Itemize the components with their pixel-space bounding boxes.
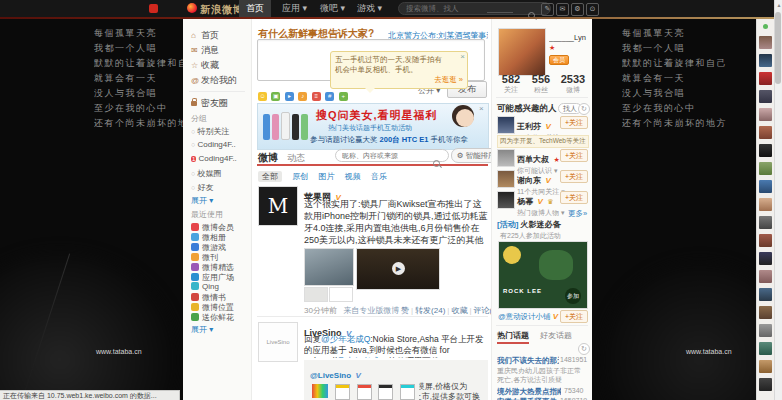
tab-friend-topics[interactable]: 好友话题 [540, 330, 572, 341]
post-image-thumb[interactable] [304, 287, 328, 302]
sidebar-item-sent-to-me[interactable]: @发给我的 [191, 74, 237, 87]
topnav-weiba[interactable]: 微吧 ▾ [320, 0, 345, 17]
follow-button[interactable]: +关注 [560, 116, 588, 129]
contact-avatar[interactable] [759, 252, 772, 265]
ad-close-icon[interactable]: × [479, 105, 484, 113]
sidebar-item-home[interactable]: ⌂首页 [191, 29, 219, 42]
filter-all[interactable]: 全部 [258, 171, 282, 182]
post-avatar[interactable]: LiveSino [258, 322, 298, 362]
sidebar-item-messages[interactable]: ✉消息 [191, 44, 219, 57]
ad-banner[interactable]: 搜Q问美女,看明星福利 热门美妆话题手机互动活动 参与话题讨论赢大奖 200台 … [257, 103, 489, 150]
settings-gear-icon[interactable]: ⚙ [571, 3, 584, 16]
quote-phone-thumb[interactable] [378, 384, 393, 400]
group-item[interactable]: 1 Coding4F.. [191, 154, 237, 163]
post-image-thumb[interactable] [329, 287, 353, 302]
video-icon[interactable]: ▸ [285, 92, 294, 101]
contact-avatar[interactable] [759, 198, 772, 211]
username-underline[interactable] [487, 12, 513, 13]
profile-avatar[interactable] [498, 28, 546, 76]
tab-hot-topics[interactable]: 热门话题 [497, 330, 529, 344]
sidebar-item-close-friends[interactable]: 密友圈 [191, 97, 228, 110]
feed-search-input[interactable] [335, 149, 449, 162]
follow-button[interactable]: +关注 [560, 310, 588, 323]
logout-icon[interactable]: ⊙ [586, 3, 599, 16]
topnav-game[interactable]: 游戏 ▾ [357, 0, 382, 17]
suggested-user[interactable]: 杨幂 V ♛ 热门微博人物 ▾ [517, 190, 564, 218]
suggested-user-avatar[interactable] [497, 191, 515, 209]
like-action[interactable]: 赞 [401, 306, 409, 315]
contact-avatar[interactable] [759, 306, 772, 319]
contact-avatar[interactable] [759, 270, 772, 283]
compose-icon[interactable]: ✎ [541, 3, 554, 16]
follow-button[interactable]: +关注 [560, 149, 588, 162]
contact-avatar[interactable] [759, 90, 772, 103]
follow-button[interactable]: +关注 [560, 191, 588, 204]
filter-image[interactable]: 图片 [318, 172, 334, 181]
contact-avatar[interactable] [759, 342, 772, 355]
contact-avatar[interactable] [759, 144, 772, 157]
favorite-action[interactable]: 收藏 [451, 306, 467, 315]
quote-author-link[interactable]: @LiveSino [310, 371, 351, 380]
post-video-thumb[interactable]: ▶ [356, 248, 440, 290]
music-icon[interactable]: ♪ [298, 92, 307, 101]
mention-link[interactable]: @少年老成Q [321, 334, 370, 344]
search-icon[interactable] [433, 160, 440, 167]
contact-avatar[interactable] [759, 234, 772, 247]
topnav-home[interactable]: 首页 [239, 0, 271, 17]
post-avatar[interactable]: M [258, 186, 298, 226]
scroll-up-icon[interactable]: ▲ [775, 2, 782, 8]
mention-link[interactable]: @少年老成Q [337, 356, 386, 358]
quote-phone-thumb[interactable] [335, 384, 350, 400]
filter-video[interactable]: 视频 [345, 172, 361, 181]
topnav-app[interactable]: 应用 ▾ [282, 0, 307, 17]
group-item[interactable]: ○ 特别关注 [191, 126, 229, 137]
refresh-icon[interactable]: ↻ [578, 103, 590, 115]
repost-action[interactable]: 转发(24) [415, 306, 445, 315]
contact-avatar[interactable] [759, 108, 772, 121]
refresh-icon[interactable]: ↻ [578, 343, 590, 355]
post-source[interactable]: 来自专业版微博 [343, 306, 399, 315]
suggested-user-avatar[interactable] [497, 170, 515, 188]
more-tools-icon[interactable]: + [339, 92, 348, 101]
suggested-user-avatar[interactable] [497, 116, 515, 134]
scrollbar-thumb[interactable] [775, 12, 781, 84]
contact-avatar[interactable] [759, 72, 772, 85]
app-item[interactable]: 送你鲜花 [191, 312, 234, 323]
contact-avatar[interactable] [759, 378, 772, 391]
more-suggestions-link[interactable]: 更多» [568, 209, 587, 219]
profile-stat-followers[interactable]: 556 粉丝 [526, 73, 556, 95]
tab-weibo[interactable]: 微博 [258, 151, 278, 165]
profile-name[interactable]: ______Lyn [549, 33, 589, 42]
filter-original[interactable]: 原创 [292, 172, 308, 181]
activity-image[interactable]: ROCK LEE 参加 [498, 241, 588, 309]
image-icon[interactable]: ▣ [271, 92, 280, 101]
contact-avatar[interactable] [759, 162, 772, 175]
group-item[interactable]: ○ Coding4F.. [191, 140, 236, 149]
quote-phone-thumb[interactable] [400, 384, 415, 400]
contact-avatar[interactable] [759, 360, 772, 373]
contact-avatar[interactable] [759, 288, 772, 301]
group-item[interactable]: ○ 校媒圈 [191, 168, 221, 179]
quote-phone-thumb[interactable] [357, 384, 372, 400]
weibo-logo-text[interactable]: 新浪微博 [200, 3, 244, 17]
profile-stat-following[interactable]: 582 关注 [496, 73, 526, 95]
post-image-thumb[interactable] [304, 248, 354, 286]
contact-avatar[interactable] [759, 180, 772, 193]
weibo-logo-icon[interactable] [187, 3, 197, 13]
tooltip-link[interactable]: 去逛逛 » [335, 75, 463, 85]
apps-expand-link[interactable]: 展开 ▾ [191, 324, 213, 335]
topic-icon[interactable]: # [325, 92, 334, 101]
quote-image-thumb[interactable] [312, 384, 328, 398]
follow-button[interactable]: +关注 [560, 170, 588, 183]
activity-account[interactable]: @意动设计小铺 V [498, 312, 558, 322]
vote-icon[interactable]: ≡ [312, 92, 321, 101]
profile-stat-posts[interactable]: 2533 微博 [556, 73, 590, 95]
suggested-user-avatar[interactable] [497, 149, 515, 167]
groups-expand-link[interactable]: 展开 ▾ [191, 195, 213, 206]
contact-avatar[interactable] [759, 36, 772, 49]
contact-avatar[interactable] [759, 324, 772, 337]
contact-avatar[interactable] [759, 216, 772, 229]
close-icon[interactable]: × [460, 53, 465, 61]
topic-link[interactable]: 境外游大热景点指南 [497, 387, 561, 397]
post-time[interactable]: 30分钟前 [304, 306, 337, 315]
